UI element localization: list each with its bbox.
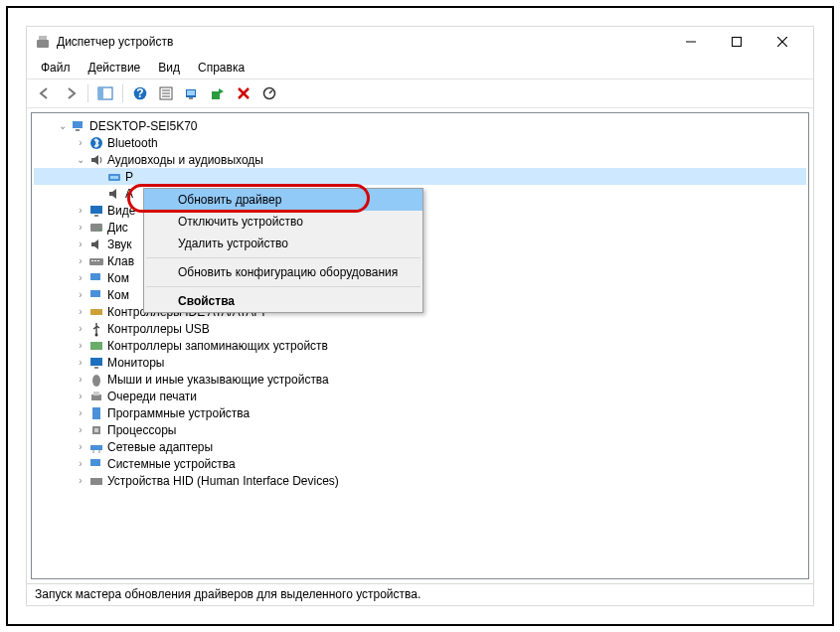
device-tree[interactable]: ⌄ DESKTOP-SEI5K70 › Bluetooth ⌄ Аудиовхо… — [31, 112, 809, 579]
speaker-icon — [88, 152, 104, 168]
chevron-right-icon[interactable]: › — [74, 237, 87, 251]
scan-hardware-button[interactable] — [180, 82, 204, 104]
svg-rect-31 — [91, 260, 93, 261]
tree-label: Контроллеры запоминающих устройств — [107, 339, 328, 353]
chevron-right-icon[interactable]: › — [74, 204, 87, 218]
menu-action[interactable]: Действие — [81, 59, 149, 77]
tree-label: Аудиовходы и аудиовыходы — [107, 153, 263, 167]
device-icon — [106, 169, 122, 185]
disable-button[interactable] — [257, 82, 281, 104]
titlebar: Диспетчер устройств — [27, 27, 813, 57]
tree-label: Bluetooth — [107, 136, 158, 150]
svg-rect-25 — [110, 176, 118, 179]
tree-mouse[interactable]: › Мыши и иные указывающие устройства — [34, 371, 806, 388]
device-manager-window: Диспетчер устройств Файл Действие Вид Сп… — [26, 26, 814, 606]
monitor-icon — [88, 355, 104, 371]
status-text: Запуск мастера обновления драйверов для … — [35, 587, 420, 601]
spacer — [91, 170, 105, 184]
svg-rect-27 — [94, 215, 98, 217]
chevron-right-icon[interactable]: › — [74, 322, 87, 336]
chevron-right-icon[interactable]: › — [74, 221, 87, 235]
chevron-right-icon[interactable]: › — [74, 474, 87, 488]
ctx-disable-device[interactable]: Отключить устройство — [144, 211, 422, 233]
svg-rect-26 — [90, 206, 102, 214]
chevron-down-icon[interactable]: ⌄ — [74, 153, 87, 167]
chevron-right-icon[interactable]: › — [74, 440, 87, 454]
hid-icon — [88, 473, 104, 489]
svg-rect-33 — [97, 260, 99, 261]
display-icon — [88, 203, 104, 219]
menu-help[interactable]: Справка — [190, 59, 252, 77]
show-hide-tree-button[interactable] — [93, 82, 117, 104]
tree-net[interactable]: › Сетевые адаптеры — [34, 438, 806, 455]
chevron-right-icon[interactable]: › — [74, 254, 87, 268]
svg-rect-40 — [94, 367, 98, 369]
menu-file[interactable]: Файл — [33, 59, 79, 77]
toolbar: ? — [27, 79, 813, 108]
tree-usb[interactable]: › Контроллеры USB — [34, 320, 806, 337]
help-button[interactable]: ? — [128, 82, 152, 104]
ctx-scan-hardware[interactable]: Обновить конфигурацию оборудования — [144, 261, 422, 283]
minimize-button[interactable] — [668, 27, 714, 57]
chevron-right-icon[interactable]: › — [74, 136, 87, 150]
speaker-icon — [106, 186, 122, 202]
forward-button[interactable] — [59, 82, 83, 104]
chevron-right-icon[interactable]: › — [74, 288, 87, 302]
tree-storage[interactable]: › Контроллеры запоминающих устройств — [34, 337, 806, 354]
chevron-right-icon[interactable]: › — [74, 356, 87, 370]
svg-point-37 — [95, 333, 98, 336]
tree-system[interactable]: › Системные устройства — [34, 455, 806, 472]
spacer — [91, 187, 105, 201]
tree-bluetooth[interactable]: › Bluetooth — [34, 134, 806, 151]
uninstall-button[interactable] — [232, 82, 255, 104]
tree-root[interactable]: ⌄ DESKTOP-SEI5K70 — [34, 117, 806, 134]
back-button[interactable] — [33, 82, 57, 104]
tree-software[interactable]: › Программные устройства — [34, 404, 806, 421]
svg-rect-35 — [90, 290, 100, 297]
ctx-separator — [146, 257, 420, 258]
tree-label: Звук — [107, 237, 132, 251]
tree-print[interactable]: › Очереди печати — [34, 388, 806, 404]
svg-point-41 — [92, 375, 100, 387]
svg-rect-30 — [89, 258, 103, 265]
chevron-down-icon[interactable]: ⌄ — [56, 119, 70, 133]
toolbar-separator — [87, 84, 88, 102]
update-driver-button[interactable] — [206, 82, 230, 104]
menu-view[interactable]: Вид — [150, 59, 188, 77]
close-button[interactable] — [759, 27, 805, 57]
computer-icon — [88, 270, 104, 286]
computer-icon — [71, 118, 86, 134]
ctx-update-driver[interactable]: Обновить драйвер — [144, 189, 422, 211]
chevron-right-icon[interactable]: › — [74, 457, 87, 471]
svg-rect-43 — [93, 392, 99, 395]
tree-audio-child-selected[interactable]: Р — [34, 168, 806, 185]
mouse-icon — [88, 372, 104, 388]
printer-icon — [88, 389, 104, 404]
chevron-right-icon[interactable]: › — [74, 339, 87, 353]
system-icon — [88, 456, 104, 472]
ctx-uninstall-device[interactable]: Удалить устройство — [144, 233, 422, 254]
svg-text:?: ? — [136, 86, 143, 100]
speaker-icon — [88, 237, 104, 252]
tree-hid[interactable]: › Устройства HID (Human Interface Device… — [34, 472, 806, 489]
svg-rect-46 — [94, 428, 98, 432]
maximize-button[interactable] — [714, 27, 759, 57]
tree-label: Виде — [107, 204, 135, 218]
svg-rect-1 — [39, 36, 47, 40]
properties-button[interactable] — [154, 82, 178, 104]
tree-cpu[interactable]: › Процессоры — [34, 421, 806, 438]
svg-rect-32 — [94, 260, 96, 261]
chevron-right-icon[interactable]: › — [74, 373, 87, 387]
tree-label: Клав — [107, 254, 134, 268]
chevron-right-icon[interactable]: › — [74, 390, 87, 403]
svg-rect-50 — [90, 459, 100, 466]
chevron-right-icon[interactable]: › — [74, 406, 87, 420]
chevron-right-icon[interactable]: › — [74, 305, 87, 319]
tree-audio[interactable]: ⌄ Аудиовходы и аудиовыходы — [34, 151, 806, 168]
chevron-right-icon[interactable]: › — [74, 271, 87, 285]
ctx-properties[interactable]: Свойства — [144, 290, 422, 312]
chevron-right-icon[interactable]: › — [74, 423, 87, 437]
svg-rect-47 — [90, 445, 102, 450]
tree-monitors[interactable]: › Мониторы — [34, 354, 806, 371]
svg-rect-39 — [90, 358, 102, 366]
